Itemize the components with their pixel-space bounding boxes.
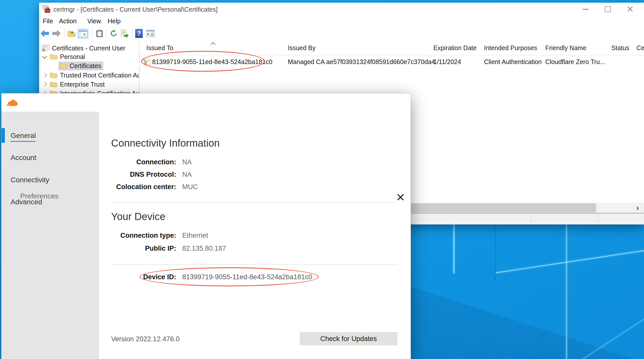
- column-header-certificate-clipped[interactable]: Ce: [636, 41, 644, 55]
- row-label: Public IP:: [145, 243, 176, 253]
- cloudflare-logo-icon: [7, 99, 18, 107]
- tree-node-label: Certificates: [70, 62, 101, 70]
- version-label: Version 2022.12.476.0: [111, 334, 179, 344]
- refresh-icon: [110, 29, 118, 37]
- toolbar-separator: [92, 28, 92, 38]
- wallpaper-light-beam: [566, 217, 567, 359]
- row-value: NA: [182, 157, 192, 167]
- column-divider[interactable]: [481, 43, 482, 53]
- menu-bar: File Action View Help: [39, 16, 644, 26]
- console-window-button[interactable]: [146, 29, 156, 38]
- selected-tab-underline: [10, 141, 36, 142]
- check-for-updates-button[interactable]: Check for Updates: [300, 332, 397, 345]
- dialog-close-button[interactable]: [396, 193, 406, 202]
- sort-ascending-icon: [211, 42, 215, 47]
- export-list-icon: [120, 29, 129, 37]
- refresh-button[interactable]: [109, 29, 119, 38]
- console-window-icon: [146, 30, 155, 37]
- export-list-button[interactable]: [120, 29, 130, 38]
- menu-item-help[interactable]: Help: [108, 16, 120, 26]
- chevron-right-icon: [42, 73, 47, 78]
- menu-item-view[interactable]: View: [87, 16, 101, 26]
- column-header-friendly[interactable]: Friendly Name: [545, 41, 587, 55]
- wallpaper-light-beam: [453, 222, 454, 273]
- menu-item-file[interactable]: File: [43, 16, 53, 26]
- column-header-expiration[interactable]: Expiration Date: [433, 41, 477, 55]
- close-button[interactable]: [622, 3, 638, 15]
- properties-button[interactable]: [94, 29, 105, 38]
- tree-node-trusted-root[interactable]: Trusted Root Certification Au: [42, 71, 139, 80]
- window-title: certmgr - [Certificates - Current User\P…: [53, 3, 218, 16]
- maximize-icon: [605, 6, 611, 12]
- column-divider[interactable]: [543, 43, 543, 53]
- certmgr-app-icon: [42, 5, 50, 13]
- console-tree-icon: [79, 30, 87, 37]
- wallpaper-diagonal-beam: [496, 248, 644, 273]
- scrollbar-edge: [642, 203, 642, 213]
- up-one-level-button[interactable]: [67, 29, 77, 38]
- status-pane-divider: [598, 215, 599, 223]
- toolbar-separator: [132, 28, 132, 38]
- row-label: Colocation center:: [116, 182, 176, 192]
- column-header-purposes[interactable]: Intended Purposes: [484, 41, 537, 55]
- column-divider[interactable]: [609, 43, 609, 53]
- tree-node-label: Personal: [60, 53, 85, 61]
- tree-node-personal[interactable]: Personal: [42, 52, 85, 61]
- chevron-right-icon: [42, 82, 47, 87]
- tree-node-certificates[interactable]: Certificates: [58, 61, 103, 70]
- status-pane-divider: [531, 215, 532, 223]
- row-value: 82.135.80.187: [182, 243, 226, 253]
- info-row-connection-type: Connection type: Ethernet: [2, 230, 411, 241]
- minimize-button[interactable]: [577, 3, 594, 15]
- forward-arrow-icon: [52, 30, 61, 37]
- row-value: MUC: [182, 182, 198, 192]
- folder-icon: [50, 81, 57, 88]
- column-header-issued-by[interactable]: Issued By: [288, 41, 316, 55]
- help-icon: ?: [135, 29, 143, 38]
- tree-node-enterprise-trust[interactable]: Enterprise Trust: [42, 80, 105, 89]
- cell-purposes: Client Authentication: [484, 55, 542, 68]
- menu-item-action[interactable]: Action: [59, 16, 76, 26]
- tree-node-label: Enterprise Trust: [60, 81, 105, 88]
- section-heading-connectivity: Connectivity Information: [111, 137, 220, 149]
- row-value: Ethernet: [182, 230, 208, 241]
- title-bar[interactable]: certmgr - [Certificates - Current User\P…: [39, 3, 644, 16]
- folder-icon: [50, 53, 57, 60]
- red-highlight-ellipse: [139, 267, 319, 286]
- info-row-connection: Connection: NA: [2, 157, 411, 167]
- column-divider[interactable]: [431, 43, 431, 53]
- sidebar-item-general[interactable]: General: [11, 131, 36, 141]
- column-divider[interactable]: [633, 43, 634, 53]
- selected-tab-accent: [2, 128, 5, 143]
- red-highlight-ellipse: [141, 51, 265, 72]
- tree-node-root[interactable]: Certificates - Current User: [41, 44, 125, 53]
- desktop: certmgr - [Certificates - Current User\P…: [0, 0, 644, 359]
- warp-preferences-dialog: Preferences General Account Connectivity…: [1, 93, 411, 359]
- chevron-down-icon: [42, 54, 47, 59]
- toolbar: ?: [39, 26, 644, 41]
- row-label: Connection:: [136, 157, 176, 167]
- info-row-dns-protocol: DNS Protocol: NA: [2, 169, 411, 180]
- column-header-status[interactable]: Status: [611, 41, 629, 55]
- clipboard-icon: [96, 29, 103, 37]
- close-icon: [627, 6, 633, 12]
- wallpaper-dark-line: [495, 222, 496, 282]
- maximize-button[interactable]: [600, 3, 616, 15]
- help-button[interactable]: ?: [134, 29, 144, 38]
- column-divider[interactable]: [285, 43, 286, 53]
- cell-issued-by: Managed CA ae57f03931324f08591d660e7c370…: [288, 55, 435, 68]
- toolbar-separator: [106, 28, 106, 38]
- back-button[interactable]: [40, 29, 50, 38]
- folder-icon: [59, 63, 67, 69]
- info-row-public-ip: Public IP: 82.135.80.187: [2, 243, 411, 253]
- minimize-icon: [583, 9, 589, 10]
- tree-node-label: Trusted Root Certification Au: [60, 72, 139, 79]
- forward-button[interactable]: [51, 29, 62, 38]
- certificates-store-icon: [41, 44, 50, 52]
- info-row-colocation: Colocation center: MUC: [2, 182, 411, 192]
- row-label: Connection type:: [120, 230, 176, 241]
- cell-friendly: Cloudflare Zero Tru...: [545, 55, 605, 68]
- show-console-tree-button[interactable]: [78, 29, 88, 39]
- back-arrow-icon: [40, 30, 49, 37]
- row-label: DNS Protocol:: [130, 169, 176, 180]
